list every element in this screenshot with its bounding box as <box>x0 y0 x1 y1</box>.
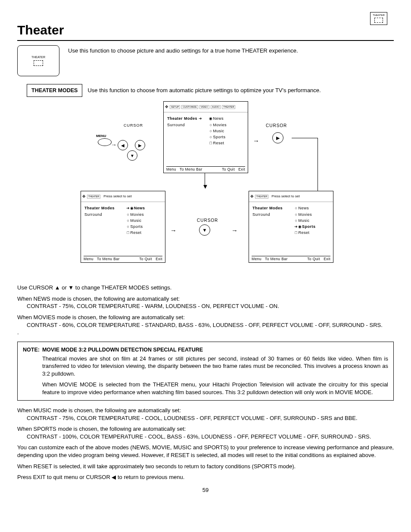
opt: Reset <box>213 141 224 145</box>
opt: Movies <box>299 212 312 217</box>
music-mode-block: When MUSIC mode is chosen, the following… <box>17 407 394 422</box>
footer-part: Exit <box>156 257 162 261</box>
radio-icon: ○ <box>126 224 131 229</box>
film-icon <box>34 60 43 66</box>
footer-part: To Quit <box>139 257 152 261</box>
note-heading: MOVIE MODE 3:2 PULLDOWN DETECTION SPECIA… <box>42 346 388 354</box>
radio-selected-icon: ◉ <box>298 224 302 229</box>
footer-part: Exit <box>238 167 245 171</box>
footer-part: To Menu Bar <box>97 257 120 261</box>
film-icon <box>374 18 383 23</box>
radio-icon: ○ <box>209 122 213 128</box>
radio-icon: ○ <box>209 128 213 134</box>
menu-item: Theater Modes <box>252 206 283 210</box>
cursor-instruction: Use CURSOR ▲ or ▼ to change THEATER MODE… <box>17 284 394 292</box>
page-number: 59 <box>17 486 394 494</box>
cursor-label: CURSOR <box>266 123 287 129</box>
arrow-icon: → <box>253 137 259 145</box>
lead: When MUSIC mode is chosen, the following… <box>17 407 181 414</box>
badge-label: THEATER <box>373 14 385 16</box>
tab-theater: THEATER <box>222 105 235 109</box>
press-select-text: Press select to set <box>271 194 299 199</box>
footer-part: Menu <box>84 257 93 261</box>
opt: Music <box>299 218 310 223</box>
cursor-label: CURSOR <box>197 218 218 224</box>
opt: Reset <box>299 230 310 235</box>
arrow-icon: → <box>170 226 177 235</box>
radio-icon: ○ <box>294 218 299 223</box>
tab-theater-small: THEATER <box>87 195 100 199</box>
cursor-right-step: ▶ <box>272 132 283 143</box>
radio-icon: ○ <box>294 205 299 211</box>
lead: When SPORTS mode is chosen, the followin… <box>17 426 186 432</box>
cursor-label: CURSOR <box>124 123 143 128</box>
cursor-down-button: ▼ <box>199 224 210 236</box>
move-icon: ✥ <box>82 195 86 199</box>
menu-flow-diagram: CURSOR MENU → ◀ ▶ ▼ ✥ SETUP CUSTOMIZE VI… <box>33 101 378 274</box>
connector <box>292 138 318 138</box>
news-mode-block: When NEWS mode is chosen, the following … <box>17 295 394 310</box>
radio-icon: ○ <box>209 134 213 140</box>
footer-part: Menu <box>252 257 262 261</box>
opt: News <box>134 206 145 210</box>
square-icon: □ <box>126 230 131 235</box>
movies-mode-block: When MOVIES mode is chosen, the followin… <box>17 314 394 336</box>
opt: Movies <box>213 123 227 127</box>
osd-screen-top: ✥ SETUP CUSTOMIZE VIDEO AUDIO THEATER Th… <box>163 101 248 173</box>
lead: When MOVIES mode is chosen, the followin… <box>17 314 185 320</box>
footer-part: Exit <box>324 257 330 261</box>
note-box: NOTE: MOVIE MODE 3:2 PULLDOWN DETECTION … <box>17 342 394 401</box>
opt: Music <box>131 218 142 223</box>
menu-button <box>98 138 112 146</box>
theater-modes-label: THEATER MODES <box>27 84 82 97</box>
cursor-dpad: ◀ ▶ ▼ <box>118 131 145 158</box>
osd-screen-bl: ✥ THEATER Press select to set Theater Mo… <box>81 191 165 263</box>
note-p1: Theatrical movies are shot on film at 24… <box>42 355 388 378</box>
tab-setup: SETUP <box>170 105 180 109</box>
cursor-left-button: ◀ <box>118 140 128 150</box>
sports-mode-block: When SPORTS mode is chosen, the followin… <box>17 425 394 440</box>
footer-part: Menu <box>166 167 176 171</box>
osd-screen-br: ✥ THEATER Press select to set Theater Mo… <box>249 191 333 263</box>
radio-selected-icon: ◉ <box>209 116 213 121</box>
menu-item: Theater Modes <box>84 206 115 210</box>
radio-icon: ○ <box>126 212 131 217</box>
footer-part: To Menu Bar <box>180 167 202 171</box>
cursor-right-button: ▶ <box>135 140 145 150</box>
square-icon: □ <box>209 140 213 146</box>
square-icon: □ <box>294 230 299 235</box>
exit-note: Press EXIT to quit menu or CURSOR ◀ to r… <box>17 473 394 481</box>
menu-item: Surround <box>167 122 203 128</box>
opt: News <box>213 116 224 121</box>
menu-item: Surround <box>252 212 288 217</box>
tab-theater-small: THEATER <box>255 195 268 199</box>
radio-icon: ○ <box>126 218 131 223</box>
note-p2: When MOVIE MODE is selected from the THE… <box>42 381 388 396</box>
theater-box-label: THEATER <box>31 56 45 59</box>
customize-text: You can customize each of the above mode… <box>17 444 394 459</box>
opt: News <box>299 206 309 210</box>
radio-selected-icon: ◉ <box>130 205 134 211</box>
cursor-down-step: ▼ <box>199 224 210 236</box>
opt: Sports <box>302 224 316 229</box>
detail: CONTRAST - 75%, COLOR TEMPERATURE - WARM… <box>27 302 394 310</box>
tab-audio: AUDIO <box>211 105 221 109</box>
opt: Reset <box>131 230 142 235</box>
footer-part: To Quit <box>222 167 235 171</box>
page-title: Theater <box>17 22 394 39</box>
theater-modes-desc: Use this function to choose from automat… <box>87 87 321 94</box>
press-select-text: Press select to set <box>103 194 131 199</box>
header-theater-badge: THEATER <box>370 12 387 25</box>
arrow-icon: → <box>111 141 117 149</box>
move-icon: ✥ <box>250 195 254 199</box>
arrow-icon: → <box>231 226 238 235</box>
tab-customize: CUSTOMIZE <box>181 105 198 109</box>
footer-part: To Menu Bar <box>265 257 288 261</box>
title-rule <box>17 40 394 41</box>
connector <box>318 138 318 191</box>
menu-item: Surround <box>84 212 120 217</box>
note-label: NOTE: <box>23 346 40 396</box>
tab-video: VIDEO <box>199 105 209 109</box>
menu-item: Theater Modes <box>167 116 197 121</box>
opt: Movies <box>131 212 144 217</box>
